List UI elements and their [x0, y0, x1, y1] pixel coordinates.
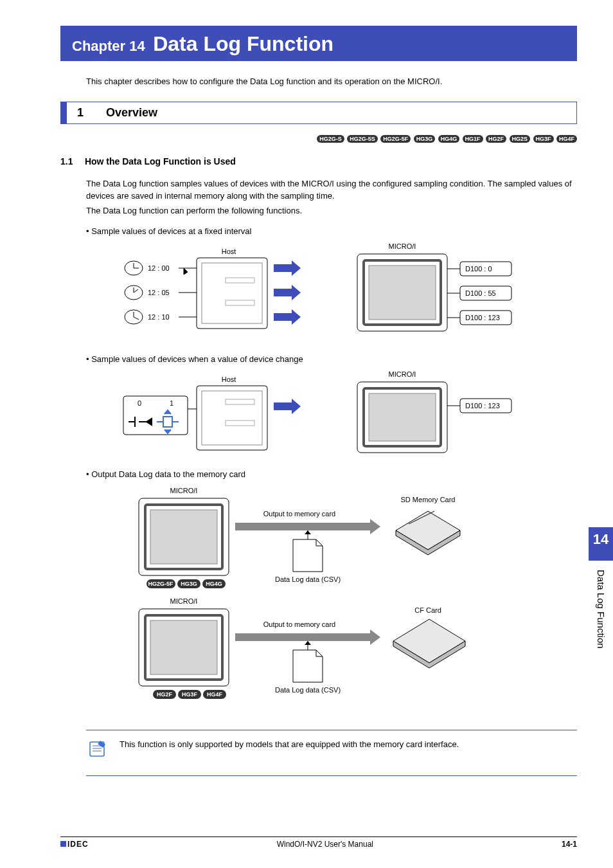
- svg-rect-48: [369, 393, 436, 441]
- bullet-item: Output Data Log data to the memory card: [86, 469, 577, 479]
- svg-rect-55: [150, 510, 217, 564]
- svg-text:MICRO/I: MICRO/I: [170, 597, 198, 605]
- section-number: 1: [77, 106, 103, 120]
- svg-rect-32: [123, 396, 188, 435]
- model-badge: HG4G: [438, 135, 460, 143]
- subsection-heading: 1.1 How the Data Log Function is Used: [60, 156, 577, 167]
- diagram-fixed-interval: Host MICRO/I 12 : 00 12 : 05 12 : 10: [120, 242, 518, 345]
- body-paragraph: The Data Log function can perform the fo…: [86, 205, 577, 217]
- note-text: This function is only supported by model…: [120, 739, 459, 749]
- svg-text:12 : 00: 12 : 00: [148, 264, 170, 272]
- chapter-title: Data Log Function: [153, 32, 333, 55]
- svg-rect-15: [202, 263, 262, 323]
- svg-text:HG3G: HG3G: [181, 581, 197, 587]
- svg-rect-20: [369, 266, 436, 320]
- svg-text:MICRO/I: MICRO/I: [389, 370, 416, 378]
- page-number: 14-1: [562, 840, 577, 849]
- model-badge: HG3G: [414, 135, 436, 143]
- svg-rect-16: [226, 278, 254, 283]
- side-tab-label: Data Log Function: [589, 566, 613, 653]
- svg-text:CF Card: CF Card: [414, 606, 441, 614]
- side-tab: 14: [589, 527, 613, 561]
- svg-text:SD Memory Card: SD Memory Card: [401, 496, 456, 503]
- section-heading-bar: 1 Overview: [60, 102, 577, 124]
- section-title: Overview: [106, 106, 157, 119]
- model-badge: HG2G-5F: [380, 135, 411, 143]
- model-badge: HG2G-5S: [347, 135, 378, 143]
- model-badge-row: HG2G-S HG2G-5S HG2G-5F HG3G HG4G HG1F HG…: [60, 132, 577, 143]
- svg-text:Output to memory card: Output to memory card: [263, 620, 336, 628]
- model-badge: HG1F: [463, 135, 483, 143]
- svg-rect-69: [150, 620, 217, 674]
- model-badge: HG2S: [510, 135, 531, 143]
- svg-text:MICRO/I: MICRO/I: [170, 487, 198, 494]
- manual-title: WindO/I-NV2 User's Manual: [277, 840, 373, 849]
- svg-rect-17: [226, 300, 254, 305]
- diagram-memory-card: MICRO/I HG2G-5F HG3G HG4G Output to memo…: [120, 485, 518, 717]
- svg-text:12 : 10: 12 : 10: [148, 313, 170, 321]
- svg-text:D100 : 123: D100 : 123: [465, 402, 500, 410]
- svg-text:D100 : 123: D100 : 123: [465, 314, 500, 321]
- side-tab-number: 14: [589, 531, 613, 550]
- brand-logo: IDEC: [60, 840, 89, 849]
- bullet-item: Sample values of devices when a value of…: [86, 354, 577, 364]
- svg-text:0: 0: [138, 399, 141, 407]
- svg-text:HG2F: HG2F: [157, 691, 173, 698]
- note-box: This function is only supported by model…: [86, 730, 577, 776]
- model-badge: HG4F: [556, 135, 577, 143]
- model-badge: HG2G-S: [317, 135, 344, 143]
- svg-text:Data Log data (CSV): Data Log data (CSV): [275, 575, 341, 583]
- chapter-heading-bar: Chapter 14 Data Log Function: [60, 26, 577, 61]
- svg-text:HG4F: HG4F: [207, 691, 223, 698]
- svg-rect-44: [226, 420, 254, 426]
- model-badge: HG2F: [486, 135, 506, 143]
- svg-text:D100 : 55: D100 : 55: [465, 289, 496, 297]
- note-icon: [89, 739, 107, 761]
- svg-text:HG3F: HG3F: [182, 691, 198, 698]
- body-paragraph: The Data Log function samples values of …: [86, 178, 577, 203]
- svg-text:Host: Host: [222, 248, 236, 255]
- svg-text:Host: Host: [222, 375, 236, 383]
- bullet-item: Sample values of devices at a fixed inte…: [86, 226, 577, 236]
- svg-text:Data Log data (CSV): Data Log data (CSV): [275, 686, 341, 694]
- subsection-number: 1.1: [60, 156, 82, 167]
- subsection-title: How the Data Log Function is Used: [85, 156, 236, 167]
- document-page: Chapter 14 Data Log Function This chapte…: [0, 0, 613, 868]
- page-footer: IDEC WindO/I-NV2 User's Manual 14-1: [60, 836, 577, 849]
- chapter-number: Chapter 14: [72, 38, 145, 54]
- svg-text:12 : 05: 12 : 05: [148, 289, 170, 296]
- model-badge: HG3F: [533, 135, 554, 143]
- diagram-on-change: Host MICRO/I 0 1: [120, 370, 518, 460]
- svg-rect-43: [226, 399, 254, 404]
- brand-square-icon: [60, 841, 66, 847]
- svg-text:MICRO/I: MICRO/I: [389, 242, 416, 250]
- svg-text:Output to memory card: Output to memory card: [263, 510, 336, 518]
- svg-text:HG4G: HG4G: [206, 581, 222, 587]
- chapter-intro: This chapter describes how to configure …: [86, 77, 577, 86]
- svg-text:D100 : 0: D100 : 0: [465, 265, 492, 273]
- svg-text:1: 1: [170, 399, 173, 407]
- svg-text:HG2G-5F: HG2G-5F: [148, 581, 173, 587]
